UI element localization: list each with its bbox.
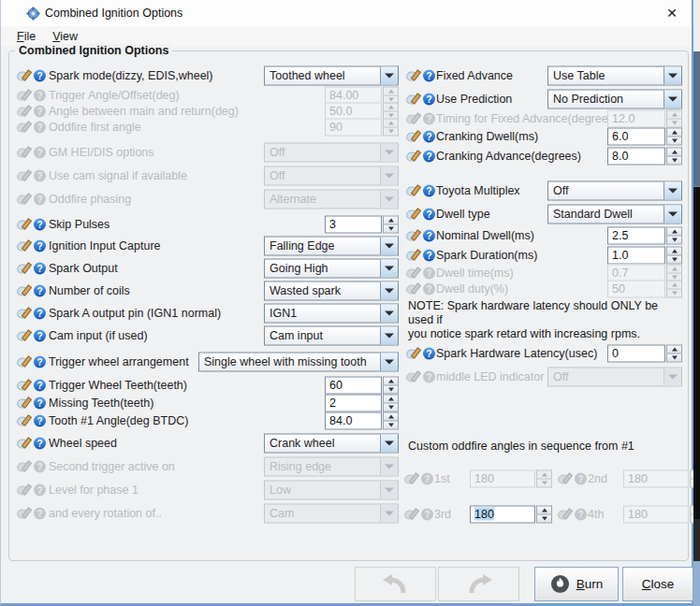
help-icon[interactable]: ? — [34, 69, 46, 81]
chevron-down-icon[interactable] — [664, 205, 681, 223]
spark-hardware-latency-usec-input[interactable]: 0 — [607, 344, 665, 362]
titlebar-close-button[interactable]: × — [660, 2, 684, 24]
setting-label: Angle between main and return(deg) — [49, 105, 239, 118]
help-icon[interactable]: ? — [34, 218, 46, 230]
setting-row-timing-for-fixed-advance-degrees: ?Timing for Fixed Advance(degrees)12.0 — [406, 110, 684, 126]
toyota-multiplex-select[interactable]: Off — [547, 180, 682, 200]
chevron-down-icon[interactable] — [664, 181, 681, 199]
spinner-up-button[interactable] — [383, 376, 399, 384]
row-icons: ? — [17, 169, 46, 181]
spinner-up-button[interactable] — [536, 506, 552, 514]
spinner-up-button[interactable] — [666, 344, 682, 353]
oddfire-cell-2nd: ?2nd180 — [558, 469, 700, 489]
menu-item-file[interactable]: File — [8, 28, 44, 45]
spinner-down-button[interactable] — [666, 155, 682, 165]
help-icon[interactable]: ? — [423, 184, 435, 196]
spinner-up-button[interactable] — [666, 246, 682, 254]
help-icon[interactable]: ? — [423, 347, 435, 359]
trigger-wheel-teeth-teeth-input[interactable]: 60 — [325, 376, 382, 394]
help-icon[interactable]: ? — [34, 397, 46, 409]
cam-input-if-used-select[interactable]: Cam input — [264, 326, 399, 346]
help-icon[interactable]: ? — [34, 379, 46, 391]
missing-teeth-teeth-input[interactable]: 2 — [325, 394, 382, 411]
close-button[interactable]: Close — [622, 567, 693, 601]
help-icon[interactable]: ? — [34, 285, 46, 297]
cranking-dwell-ms-input[interactable]: 6.0 — [607, 127, 665, 145]
spark-duration-ms-input[interactable]: 1.0 — [607, 246, 665, 264]
help-icon[interactable]: ? — [34, 356, 46, 368]
chevron-down-icon[interactable] — [380, 435, 398, 453]
spinner-up-button[interactable] — [666, 226, 682, 235]
chevron-down-icon[interactable] — [380, 327, 398, 345]
ignition-input-capture-select[interactable]: Falling Edge — [264, 237, 399, 256]
spark-a-output-pin-ign1-normal-select[interactable]: IGN1 — [264, 304, 399, 324]
help-icon[interactable]: ? — [423, 130, 435, 142]
chevron-down-icon[interactable] — [664, 90, 681, 108]
combo-value: Off — [548, 181, 664, 199]
help-icon[interactable]: ? — [423, 150, 435, 162]
note-line-1: NOTE: Spark hardware latency should ONLY… — [408, 299, 684, 327]
help-icon[interactable]: ? — [34, 308, 46, 320]
help-icon: ? — [423, 112, 435, 124]
help-icon[interactable]: ? — [423, 93, 435, 105]
edit-pen-icon — [406, 69, 420, 81]
gm-hei-dis-options-select: Off — [264, 142, 399, 162]
use-prediction-select[interactable]: No Prediction — [547, 89, 682, 108]
spinner-down-button[interactable] — [666, 353, 682, 362]
menu-item-view[interactable]: View — [44, 28, 86, 45]
spinner-down-button[interactable] — [383, 224, 399, 233]
spinner-down-button[interactable] — [536, 514, 552, 524]
spark-mode-dizzy-edis-wheel-select[interactable]: Toothed wheel — [264, 65, 399, 85]
chevron-down-icon[interactable] — [380, 238, 398, 255]
row-icons: ? — [17, 218, 46, 230]
help-icon[interactable]: ? — [34, 330, 46, 342]
wheel-speed-select[interactable]: Crank wheel — [264, 434, 399, 454]
spinner-up-button[interactable] — [383, 215, 399, 224]
setting-label: and every rotation of.. — [49, 507, 162, 520]
chevron-down-icon[interactable] — [380, 282, 398, 300]
setting-row-fixed-advance: ?Fixed AdvanceUse Table — [406, 64, 684, 87]
help-icon[interactable]: ? — [423, 208, 435, 220]
spinner-down-button[interactable] — [666, 254, 682, 264]
nominal-dwell-ms-input[interactable]: 2.5 — [607, 226, 665, 244]
spinner-up-button[interactable] — [666, 127, 682, 136]
setting-row-dwell-time-ms: ?Dwell time(ms)0.7 — [406, 265, 684, 281]
setting-label: Dwell duty(%) — [436, 282, 508, 296]
trigger-wheel-arrangement-select[interactable]: Single wheel with missing tooth — [198, 353, 399, 372]
number-of-coils-select[interactable]: Wasted spark — [264, 281, 399, 301]
chevron-down-icon[interactable] — [380, 260, 398, 278]
skip-pulses-input[interactable]: 3 — [325, 215, 382, 233]
3rd-input[interactable]: 180 — [470, 506, 535, 524]
dwell-type-select[interactable]: Standard Dwell — [547, 204, 682, 224]
spinner-down-button[interactable] — [666, 136, 682, 145]
chevron-down-icon[interactable] — [664, 66, 681, 84]
spinner-buttons — [536, 470, 552, 488]
spark-output-select[interactable]: Going High — [264, 259, 399, 279]
help-icon[interactable]: ? — [34, 414, 46, 426]
chevron-down-icon[interactable] — [380, 354, 398, 371]
help-icon[interactable]: ? — [423, 229, 435, 241]
cranking-advance-degrees-input[interactable]: 8.0 — [607, 147, 665, 165]
spinner-up-button[interactable] — [666, 147, 682, 155]
setting-row-spark-output: ?Spark OutputGoing High — [15, 257, 401, 280]
burn-button[interactable]: Burn — [534, 567, 619, 601]
spinner-down-button[interactable] — [666, 235, 682, 244]
help-icon[interactable]: ? — [423, 69, 435, 81]
spinner-down-button[interactable] — [383, 384, 399, 394]
chevron-down-icon[interactable] — [380, 305, 398, 323]
help-icon[interactable]: ? — [34, 240, 46, 252]
setting-label: middle LED indicator — [436, 370, 544, 383]
help-icon[interactable]: ? — [423, 249, 435, 261]
spinner-down-button[interactable] — [383, 402, 399, 411]
chevron-down-icon[interactable] — [380, 66, 398, 84]
spinner-up-button[interactable] — [383, 394, 399, 402]
setting-row-use-cam-signal-if-available: ?Use cam signal if availableOff — [15, 164, 401, 187]
combo-value: Use Table — [548, 66, 664, 84]
tooth-1-angle-deg-btdc-input[interactable]: 84.0 — [325, 411, 382, 429]
spinner-down-button[interactable] — [383, 420, 399, 429]
help-icon[interactable]: ? — [34, 263, 46, 275]
help-icon[interactable]: ? — [34, 438, 46, 450]
spinner-up-button[interactable] — [383, 411, 399, 420]
fixed-advance-select[interactable]: Use Table — [547, 65, 682, 85]
setting-row-tooth-1-angle-deg-btdc: ?Tooth #1 Angle(deg BTDC)84.0 — [15, 411, 401, 429]
